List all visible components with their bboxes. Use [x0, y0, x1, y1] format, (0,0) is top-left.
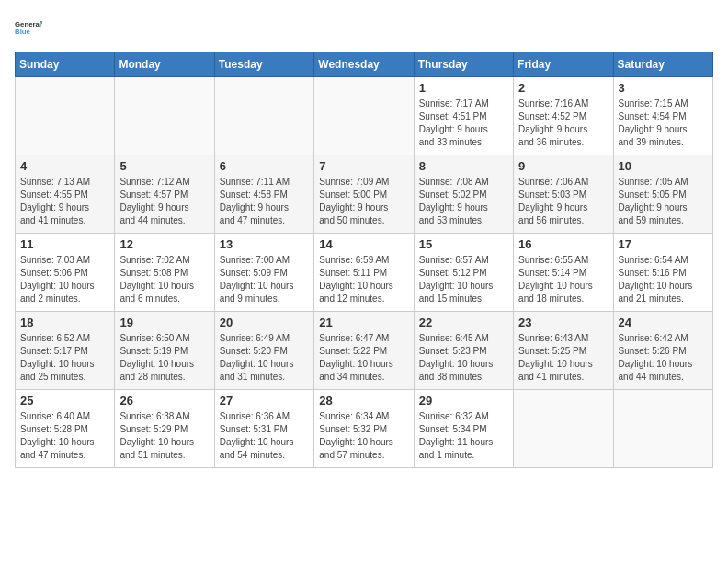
calendar-cell: [613, 390, 712, 468]
day-number: 13: [220, 237, 309, 251]
calendar-week-1: 1Sunrise: 7:17 AM Sunset: 4:51 PM Daylig…: [16, 77, 713, 155]
day-number: 27: [220, 394, 309, 408]
calendar-cell: 4Sunrise: 7:13 AM Sunset: 4:55 PM Daylig…: [16, 155, 115, 234]
day-info: Sunrise: 7:11 AM Sunset: 4:58 PM Dayligh…: [220, 176, 309, 227]
day-info: Sunrise: 6:38 AM Sunset: 5:29 PM Dayligh…: [119, 410, 209, 462]
calendar-cell: 17Sunrise: 6:54 AM Sunset: 5:16 PM Dayli…: [613, 234, 712, 312]
calendar-cell: 29Sunrise: 6:32 AM Sunset: 5:34 PM Dayli…: [414, 390, 513, 468]
calendar-cell: 27Sunrise: 6:36 AM Sunset: 5:31 PM Dayli…: [214, 390, 313, 468]
calendar-header-row: SundayMondayTuesdayWednesdayThursdayFrid…: [16, 52, 713, 77]
calendar-week-5: 25Sunrise: 6:40 AM Sunset: 5:28 PM Dayli…: [16, 390, 713, 468]
day-number: 3: [619, 81, 708, 95]
day-number: 2: [518, 81, 608, 95]
calendar-cell: [16, 77, 115, 155]
day-info: Sunrise: 7:16 AM Sunset: 4:52 PM Dayligh…: [518, 98, 608, 149]
day-number: 20: [220, 316, 309, 329]
day-info: Sunrise: 7:13 AM Sunset: 4:55 PM Dayligh…: [20, 176, 109, 227]
day-number: 5: [119, 159, 209, 173]
day-number: 21: [319, 316, 408, 329]
calendar-cell: 7Sunrise: 7:09 AM Sunset: 5:00 PM Daylig…: [314, 155, 414, 234]
day-number: 9: [518, 159, 608, 173]
day-info: Sunrise: 7:06 AM Sunset: 5:03 PM Dayligh…: [518, 176, 608, 227]
day-info: Sunrise: 7:03 AM Sunset: 5:06 PM Dayligh…: [20, 254, 109, 305]
calendar-cell: 15Sunrise: 6:57 AM Sunset: 5:12 PM Dayli…: [414, 234, 513, 312]
logo: General Blue: [15, 15, 42, 42]
calendar-cell: 11Sunrise: 7:03 AM Sunset: 5:06 PM Dayli…: [16, 234, 115, 312]
day-info: Sunrise: 6:54 AM Sunset: 5:16 PM Dayligh…: [619, 254, 708, 305]
day-info: Sunrise: 7:12 AM Sunset: 4:57 PM Dayligh…: [119, 176, 209, 227]
day-number: 14: [319, 237, 408, 251]
day-info: Sunrise: 6:55 AM Sunset: 5:14 PM Dayligh…: [518, 254, 608, 305]
day-info: Sunrise: 6:42 AM Sunset: 5:26 PM Dayligh…: [619, 332, 708, 384]
day-info: Sunrise: 7:15 AM Sunset: 4:54 PM Dayligh…: [619, 98, 708, 149]
day-info: Sunrise: 7:02 AM Sunset: 5:08 PM Dayligh…: [119, 254, 209, 305]
day-number: 6: [220, 159, 309, 173]
svg-text:Blue: Blue: [15, 28, 31, 36]
day-number: 1: [419, 81, 508, 95]
calendar-cell: 22Sunrise: 6:45 AM Sunset: 5:23 PM Dayli…: [414, 312, 513, 390]
day-number: 10: [619, 159, 708, 173]
day-number: 26: [119, 394, 209, 408]
calendar-cell: 14Sunrise: 6:59 AM Sunset: 5:11 PM Dayli…: [314, 234, 414, 312]
header-saturday: Saturday: [613, 52, 712, 77]
day-info: Sunrise: 7:09 AM Sunset: 5:00 PM Dayligh…: [319, 176, 408, 227]
calendar-cell: 16Sunrise: 6:55 AM Sunset: 5:14 PM Dayli…: [514, 234, 613, 312]
calendar-cell: 1Sunrise: 7:17 AM Sunset: 4:51 PM Daylig…: [414, 77, 513, 155]
day-number: 18: [20, 316, 109, 329]
day-number: 4: [20, 159, 109, 173]
calendar-cell: 24Sunrise: 6:42 AM Sunset: 5:26 PM Dayli…: [613, 312, 712, 390]
calendar-cell: 18Sunrise: 6:52 AM Sunset: 5:17 PM Dayli…: [16, 312, 115, 390]
calendar-cell: 23Sunrise: 6:43 AM Sunset: 5:25 PM Dayli…: [514, 312, 613, 390]
calendar-cell: 28Sunrise: 6:34 AM Sunset: 5:32 PM Dayli…: [314, 390, 414, 468]
logo-bird-icon: General Blue: [15, 15, 42, 42]
calendar-cell: 20Sunrise: 6:49 AM Sunset: 5:20 PM Dayli…: [214, 312, 313, 390]
day-info: Sunrise: 6:45 AM Sunset: 5:23 PM Dayligh…: [419, 332, 508, 384]
day-number: 7: [319, 159, 408, 173]
header-thursday: Thursday: [414, 52, 513, 77]
calendar-cell: [214, 77, 313, 155]
calendar-cell: 5Sunrise: 7:12 AM Sunset: 4:57 PM Daylig…: [115, 155, 214, 234]
calendar-table: SundayMondayTuesdayWednesdayThursdayFrid…: [15, 52, 713, 468]
day-number: 19: [119, 316, 209, 329]
header-friday: Friday: [514, 52, 613, 77]
day-number: 24: [619, 316, 708, 329]
header-wednesday: Wednesday: [314, 52, 414, 77]
day-number: 23: [518, 316, 608, 329]
calendar-week-3: 11Sunrise: 7:03 AM Sunset: 5:06 PM Dayli…: [16, 234, 713, 312]
day-info: Sunrise: 7:00 AM Sunset: 5:09 PM Dayligh…: [220, 254, 309, 305]
calendar-cell: [115, 77, 214, 155]
calendar-cell: 21Sunrise: 6:47 AM Sunset: 5:22 PM Dayli…: [314, 312, 414, 390]
calendar-cell: 10Sunrise: 7:05 AM Sunset: 5:05 PM Dayli…: [613, 155, 712, 234]
day-info: Sunrise: 6:49 AM Sunset: 5:20 PM Dayligh…: [220, 332, 309, 384]
day-info: Sunrise: 6:59 AM Sunset: 5:11 PM Dayligh…: [319, 254, 408, 305]
day-number: 15: [419, 237, 508, 251]
day-info: Sunrise: 6:40 AM Sunset: 5:28 PM Dayligh…: [20, 410, 109, 462]
calendar-cell: 2Sunrise: 7:16 AM Sunset: 4:52 PM Daylig…: [514, 77, 613, 155]
calendar-cell: 9Sunrise: 7:06 AM Sunset: 5:03 PM Daylig…: [514, 155, 613, 234]
header-tuesday: Tuesday: [214, 52, 313, 77]
day-number: 8: [419, 159, 508, 173]
day-number: 11: [20, 237, 109, 251]
calendar-cell: 6Sunrise: 7:11 AM Sunset: 4:58 PM Daylig…: [214, 155, 313, 234]
day-info: Sunrise: 6:34 AM Sunset: 5:32 PM Dayligh…: [319, 410, 408, 462]
calendar-cell: 25Sunrise: 6:40 AM Sunset: 5:28 PM Dayli…: [16, 390, 115, 468]
day-info: Sunrise: 6:36 AM Sunset: 5:31 PM Dayligh…: [220, 410, 309, 462]
header-sunday: Sunday: [16, 52, 115, 77]
day-info: Sunrise: 6:32 AM Sunset: 5:34 PM Dayligh…: [419, 410, 508, 462]
calendar-cell: [514, 390, 613, 468]
day-info: Sunrise: 6:52 AM Sunset: 5:17 PM Dayligh…: [20, 332, 109, 384]
day-number: 22: [419, 316, 508, 329]
page-header: General Blue: [15, 15, 713, 42]
calendar-cell: 19Sunrise: 6:50 AM Sunset: 5:19 PM Dayli…: [115, 312, 214, 390]
day-number: 29: [419, 394, 508, 408]
day-info: Sunrise: 7:17 AM Sunset: 4:51 PM Dayligh…: [419, 98, 508, 149]
calendar-week-2: 4Sunrise: 7:13 AM Sunset: 4:55 PM Daylig…: [16, 155, 713, 234]
calendar-cell: 13Sunrise: 7:00 AM Sunset: 5:09 PM Dayli…: [214, 234, 313, 312]
day-number: 25: [20, 394, 109, 408]
day-number: 28: [319, 394, 408, 408]
calendar-cell: 12Sunrise: 7:02 AM Sunset: 5:08 PM Dayli…: [115, 234, 214, 312]
day-info: Sunrise: 6:47 AM Sunset: 5:22 PM Dayligh…: [319, 332, 408, 384]
calendar-cell: [314, 77, 414, 155]
svg-text:General: General: [15, 20, 41, 29]
day-info: Sunrise: 7:05 AM Sunset: 5:05 PM Dayligh…: [619, 176, 708, 227]
